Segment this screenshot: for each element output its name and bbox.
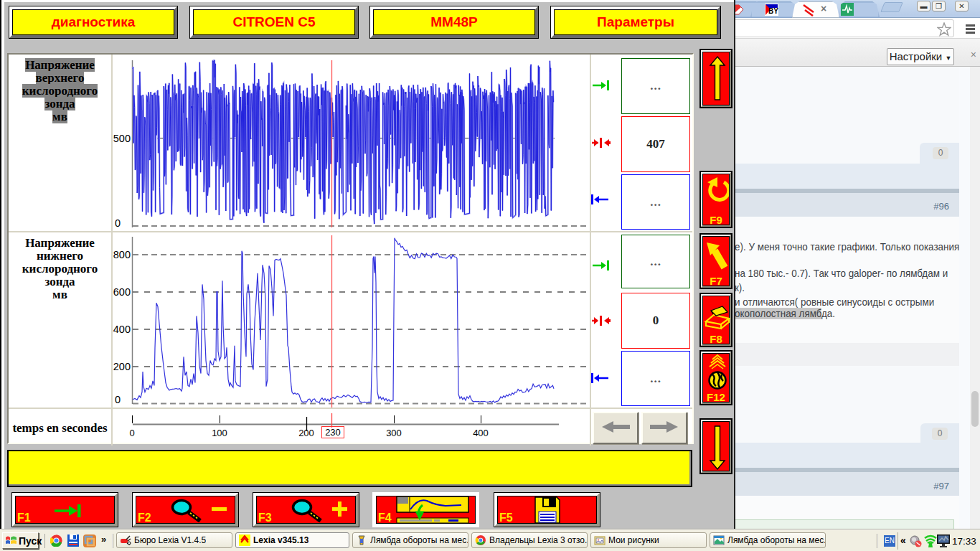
svg-text:BY: BY: [768, 7, 778, 15]
